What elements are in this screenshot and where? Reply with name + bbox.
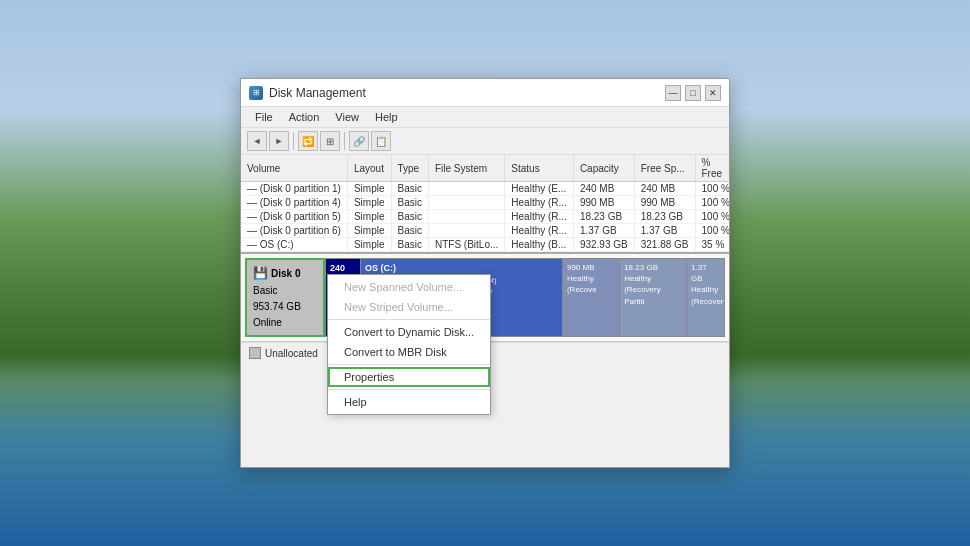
context-menu-properties[interactable]: Properties — [328, 367, 490, 387]
title-bar-left: ⊞ Disk Management — [249, 86, 366, 100]
cell-capacity: 18.23 GB — [573, 210, 634, 224]
cell-volume: — (Disk 0 partition 1) — [241, 182, 347, 196]
col-free: Free Sp... — [634, 155, 695, 182]
cell-fs — [428, 210, 504, 224]
cell-volume: — (Disk 0 partition 4) — [241, 196, 347, 210]
cell-fs — [428, 196, 504, 210]
volume-table: Volume Layout Type File System Status Ca… — [241, 155, 729, 252]
disk-icon: 💾 — [253, 264, 268, 283]
menu-bar: File Action View Help — [241, 107, 729, 128]
cell-type: Basic — [391, 182, 428, 196]
menu-help[interactable]: Help — [367, 109, 406, 125]
legend-unallocated-box — [249, 347, 261, 359]
context-menu-new-striped: New Striped Volume... — [328, 297, 490, 317]
cell-fs — [428, 182, 504, 196]
context-menu-sep1 — [328, 319, 490, 320]
table-row[interactable]: — (Disk 0 partition 1) Simple Basic Heal… — [241, 182, 729, 196]
cell-type: Basic — [391, 196, 428, 210]
legend-unallocated-label: Unallocated — [265, 348, 318, 359]
partition-recovery1-size: 990 MB — [567, 262, 615, 273]
title-bar: ⊞ Disk Management — □ ✕ — [241, 79, 729, 107]
partition-recovery3-size: 1.37 GB — [691, 262, 720, 284]
partition-recovery1-status: Healthy (Recove — [567, 273, 615, 295]
minimize-button[interactable]: — — [665, 85, 681, 101]
partition-os-name: OS (C:) — [365, 262, 558, 275]
col-fs: File System — [428, 155, 504, 182]
disk-label[interactable]: 💾 Disk 0 Basic 953.74 GB Online — [245, 258, 325, 337]
col-volume: Volume — [241, 155, 347, 182]
cell-status: Healthy (E... — [505, 182, 574, 196]
table-row[interactable]: — (Disk 0 partition 4) Simple Basic Heal… — [241, 196, 729, 210]
context-menu-sep2 — [328, 364, 490, 365]
cell-type: Basic — [391, 238, 428, 252]
col-layout: Layout — [347, 155, 391, 182]
cell-layout: Simple — [347, 224, 391, 238]
cell-volume: — OS (C:) — [241, 238, 347, 252]
app-icon: ⊞ — [249, 86, 263, 100]
disk-view-button[interactable]: ⊞ — [320, 131, 340, 151]
col-capacity: Capacity — [573, 155, 634, 182]
cell-status: Healthy (R... — [505, 196, 574, 210]
partition-recovery1[interactable]: 990 MB Healthy (Recove — [563, 259, 620, 336]
partition-recovery2-size: 18.23 GB — [624, 262, 682, 273]
cell-volume: — (Disk 0 partition 6) — [241, 224, 347, 238]
partition-recovery3-status: Healthy (Recoven — [691, 284, 720, 306]
rescan-button[interactable]: 🔁 — [298, 131, 318, 151]
table-row[interactable]: — (Disk 0 partition 6) Simple Basic Heal… — [241, 224, 729, 238]
cell-pct: 100 % — [695, 210, 729, 224]
cell-volume: — (Disk 0 partition 5) — [241, 210, 347, 224]
disk-name: 💾 Disk 0 — [253, 264, 317, 283]
close-button[interactable]: ✕ — [705, 85, 721, 101]
disk-management-window: ⊞ Disk Management — □ ✕ File Action View… — [240, 78, 730, 468]
cell-free: 18.23 GB — [634, 210, 695, 224]
context-menu-new-spanned: New Spanned Volume... — [328, 277, 490, 297]
disk-status: Online — [253, 315, 317, 331]
legend-unallocated: Unallocated — [249, 347, 318, 359]
cell-pct: 35 % — [695, 238, 729, 252]
context-menu-convert-dynamic[interactable]: Convert to Dynamic Disk... — [328, 322, 490, 342]
partition-recovery2[interactable]: 18.23 GB Healthy (Recovery Partiti — [620, 259, 687, 336]
table-row[interactable]: — (Disk 0 partition 5) Simple Basic Heal… — [241, 210, 729, 224]
toolbar: ◄ ► 🔁 ⊞ 🔗 📋 — [241, 128, 729, 155]
context-menu-sep3 — [328, 389, 490, 390]
col-status: Status — [505, 155, 574, 182]
cell-pct: 100 % — [695, 224, 729, 238]
disk-size: 953.74 GB — [253, 299, 317, 315]
cell-type: Basic — [391, 224, 428, 238]
cell-type: Basic — [391, 210, 428, 224]
maximize-button[interactable]: □ — [685, 85, 701, 101]
back-button[interactable]: ◄ — [247, 131, 267, 151]
cell-layout: Simple — [347, 182, 391, 196]
context-menu-convert-mbr[interactable]: Convert to MBR Disk — [328, 342, 490, 362]
menu-action[interactable]: Action — [281, 109, 328, 125]
cell-pct: 100 % — [695, 182, 729, 196]
cell-capacity: 932.93 GB — [573, 238, 634, 252]
cell-free: 240 MB — [634, 182, 695, 196]
cell-free: 990 MB — [634, 196, 695, 210]
connect-button[interactable]: 🔗 — [349, 131, 369, 151]
properties-button[interactable]: 📋 — [371, 131, 391, 151]
cell-capacity: 240 MB — [573, 182, 634, 196]
col-type: Type — [391, 155, 428, 182]
cell-free: 321.88 GB — [634, 238, 695, 252]
disk-panel: 💾 Disk 0 Basic 953.74 GB Online 240 MB H… — [241, 254, 729, 342]
context-menu-help[interactable]: Help — [328, 392, 490, 412]
toolbar-separator-1 — [293, 132, 294, 150]
table-row[interactable]: — OS (C:) Simple Basic NTFS (BitLo... He… — [241, 238, 729, 252]
window-title: Disk Management — [269, 86, 366, 100]
disk-type: Basic — [253, 283, 317, 299]
toolbar-separator-2 — [344, 132, 345, 150]
window-controls: — □ ✕ — [665, 85, 721, 101]
cell-layout: Simple — [347, 210, 391, 224]
partition-recovery3[interactable]: 1.37 GB Healthy (Recoven — [687, 259, 724, 336]
forward-button[interactable]: ► — [269, 131, 289, 151]
cell-status: Healthy (B... — [505, 238, 574, 252]
cell-status: Healthy (R... — [505, 224, 574, 238]
partition-recovery2-status: Healthy (Recovery Partiti — [624, 273, 682, 307]
context-menu: New Spanned Volume... New Striped Volume… — [327, 274, 491, 415]
menu-view[interactable]: View — [327, 109, 367, 125]
cell-pct: 100 % — [695, 196, 729, 210]
col-pct: % Free — [695, 155, 729, 182]
menu-file[interactable]: File — [247, 109, 281, 125]
cell-layout: Simple — [347, 196, 391, 210]
